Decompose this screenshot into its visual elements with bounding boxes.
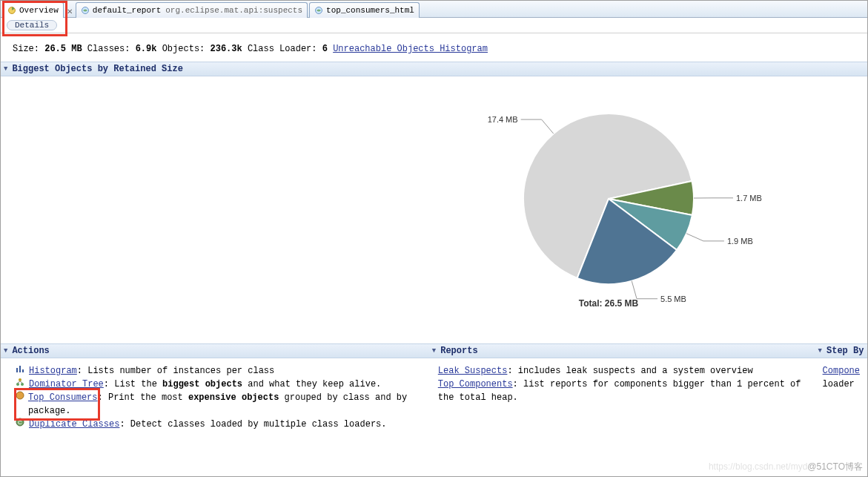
leak-suspects-link[interactable]: Leak Suspects xyxy=(438,366,508,376)
pie-icon xyxy=(16,391,25,404)
pie-label: 1.7 MB xyxy=(736,194,762,203)
pie-label: 5.5 MB xyxy=(660,295,686,303)
svg-point-11 xyxy=(16,392,24,399)
objects-value: 236.3k xyxy=(210,44,242,54)
svg-rect-4 xyxy=(19,366,21,372)
details-pill[interactable]: Details xyxy=(7,20,57,30)
dominator-desc-pre: : List the xyxy=(104,379,162,389)
report-top-components: Top Components: list reports for compone… xyxy=(438,378,808,404)
histogram-desc: : Lists number of instances per class xyxy=(77,366,274,376)
dominator-desc-post: and what they keep alive. xyxy=(242,379,381,389)
objects-label: Objects: xyxy=(162,44,205,54)
section-step-header[interactable]: ▼ Step By xyxy=(815,343,867,358)
section-biggest-title: Biggest Objects by Retained Size xyxy=(12,64,182,74)
section-actions-header[interactable]: ▼ Actions xyxy=(1,343,429,358)
twistie-icon: ▼ xyxy=(4,65,7,73)
section-reports-header[interactable]: ▼ Reports xyxy=(429,343,815,358)
leak-suspects-desc: : includes leak suspects and a system ov… xyxy=(507,366,752,376)
svg-line-10 xyxy=(20,381,22,383)
bar-chart-icon xyxy=(16,364,26,378)
tab-overview[interactable]: Overview xyxy=(2,1,64,18)
tab-default-report-suffix: org.eclipse.mat.api:suspects xyxy=(165,6,302,15)
loader-value: 6 xyxy=(322,44,328,54)
step-component-desc: loader xyxy=(823,378,860,391)
size-value: 26.5 MB xyxy=(44,44,82,54)
dominator-link[interactable]: Dominator Tree xyxy=(29,379,104,389)
chart-area: 17.4 MB1.7 MB1.9 MB5.5 MB Total: 26.5 MB xyxy=(1,76,867,343)
tab-top-consumers[interactable]: top_consumers_html xyxy=(309,2,420,18)
pie-icon xyxy=(7,6,16,15)
tab-default-report-label: default_report xyxy=(93,6,161,15)
svg-line-9 xyxy=(18,381,20,383)
histogram-link[interactable]: Histogram xyxy=(29,366,77,376)
tab-top-consumers-label: top_consumers_html xyxy=(326,6,414,15)
dominator-bold: biggest objects xyxy=(162,379,242,389)
report-leak-suspects: Leak Suspects: includes leak suspects an… xyxy=(438,364,808,378)
duplicate-classes-link[interactable]: Duplicate Classes xyxy=(29,419,119,430)
svg-point-6 xyxy=(19,378,21,381)
twistie-icon: ▼ xyxy=(4,347,7,355)
step-component: Compone xyxy=(823,364,860,378)
world-icon xyxy=(314,6,323,15)
classes-label: Classes: xyxy=(87,44,130,54)
top-consumers-bold: expensive objects xyxy=(188,392,279,403)
heap-stats: Size: 26.5 MB Classes: 6.9k Objects: 236… xyxy=(1,33,867,62)
action-dominator-tree: Dominator Tree: List the biggest objects… xyxy=(16,378,422,391)
close-icon[interactable]: ✕ xyxy=(65,7,76,17)
classes-value: 6.9k xyxy=(136,44,157,54)
svg-text:C: C xyxy=(18,419,22,426)
watermark-text: @51CTO博客 xyxy=(807,461,863,472)
component-desc: loader xyxy=(823,378,855,391)
panel-step-by: ▼ Step By Compone loader xyxy=(815,343,867,438)
size-label: Size: xyxy=(13,44,39,54)
svg-point-7 xyxy=(16,383,19,386)
tab-default-report[interactable]: default_report org.eclipse.mat.api:suspe… xyxy=(76,2,308,18)
loader-label: Class Loader: xyxy=(248,44,317,54)
action-top-consumers: Top Consumers: Print the most expensive … xyxy=(16,391,422,418)
action-duplicate-classes: C Duplicate Classes: Detect classes load… xyxy=(16,418,422,431)
pie-label: 1.9 MB xyxy=(727,237,753,246)
unreachable-histogram-link[interactable]: Unreachable Objects Histogram xyxy=(333,44,488,54)
tree-icon xyxy=(16,378,26,391)
tab-overview-label: Overview xyxy=(19,6,59,15)
section-biggest-objects[interactable]: ▼ Biggest Objects by Retained Size xyxy=(1,62,867,76)
pie-title: Total: 26.5 MB xyxy=(579,298,639,309)
watermark-url: https://blog.csdn.net/myd xyxy=(709,461,807,472)
top-consumers-desc-pre: : Print the most xyxy=(98,392,188,403)
top-components-link[interactable]: Top Components xyxy=(438,379,513,389)
panel-reports: ▼ Reports Leak Suspects: includes leak s… xyxy=(429,343,815,438)
twistie-icon: ▼ xyxy=(432,347,436,355)
class-icon: C xyxy=(16,418,26,431)
section-actions-title: Actions xyxy=(12,346,49,356)
top-consumers-link[interactable]: Top Consumers xyxy=(28,392,98,403)
world-icon xyxy=(81,6,90,15)
details-strip: Details xyxy=(1,18,867,33)
editor-tabs: Overview ✕ default_report org.eclipse.ma… xyxy=(1,1,867,18)
section-reports-title: Reports xyxy=(440,346,477,356)
component-link[interactable]: Compone xyxy=(823,366,860,376)
retained-size-pie[interactable]: 17.4 MB1.7 MB1.9 MB5.5 MB Total: 26.5 MB xyxy=(460,91,772,329)
bottom-panels: ▼ Actions Histogram: Lists number of ins… xyxy=(1,343,867,438)
pie-label: 17.4 MB xyxy=(488,115,518,124)
svg-rect-3 xyxy=(16,368,18,372)
action-histogram: Histogram: Lists number of instances per… xyxy=(16,364,422,378)
svg-rect-5 xyxy=(22,369,24,372)
watermark: https://blog.csdn.net/myd@51CTO博客 xyxy=(709,461,863,473)
duplicate-classes-desc: : Detect classes loaded by multiple clas… xyxy=(119,419,386,430)
section-step-title: Step By xyxy=(826,346,864,356)
panel-actions: ▼ Actions Histogram: Lists number of ins… xyxy=(1,343,429,438)
twistie-icon: ▼ xyxy=(818,347,822,355)
svg-point-8 xyxy=(21,383,24,386)
